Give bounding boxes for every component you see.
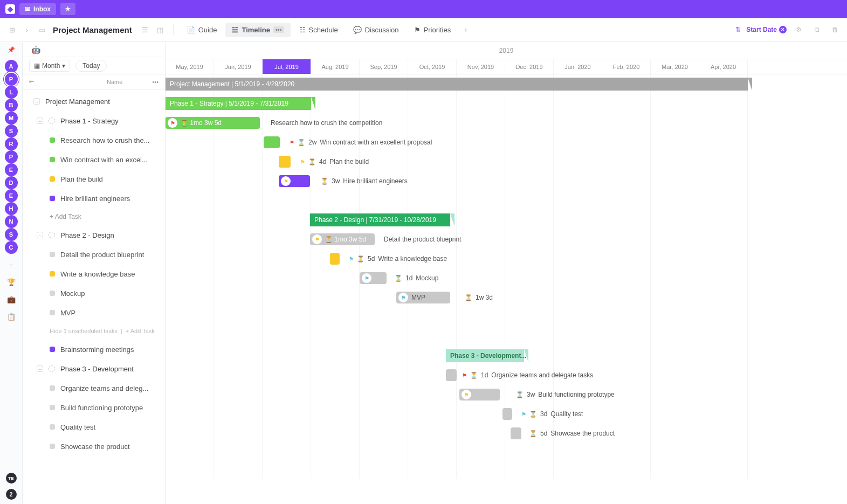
avatar[interactable]: E <box>5 163 18 176</box>
bar-phase-3[interactable]: Phase 3 - Development... <box>446 349 524 362</box>
status-dot[interactable] <box>50 347 55 352</box>
bar-task[interactable]: ⚑ MVP <box>396 292 450 303</box>
tree-task[interactable]: Organize teams and deleg... <box>23 378 165 398</box>
bar-project[interactable]: Project Management | 5/1/2019 - 4/29/202… <box>166 78 748 91</box>
avatar[interactable]: C <box>5 241 18 254</box>
clipboard-icon[interactable]: 📋 <box>5 310 18 323</box>
avatar[interactable]: N <box>5 215 18 228</box>
pin-icon[interactable]: 📌 <box>8 46 15 53</box>
month-cell[interactable]: Jul, 2019 <box>263 59 311 74</box>
avatar[interactable]: S <box>5 228 18 241</box>
add-avatar-icon[interactable]: + <box>5 258 18 271</box>
status-dot[interactable] <box>50 157 55 162</box>
bar-task[interactable] <box>279 156 291 168</box>
month-cell[interactable]: Dec, 2019 <box>505 59 554 74</box>
status-dot[interactable] <box>50 252 55 257</box>
status-dot[interactable] <box>50 137 55 143</box>
bar-task[interactable] <box>330 253 340 265</box>
layout-icon[interactable]: ☰ <box>139 23 152 36</box>
bar-task[interactable]: ⚑ <box>360 272 387 284</box>
tree-task[interactable]: Win contract with an excel... <box>23 150 165 169</box>
month-cell[interactable]: Mar, 2020 <box>651 59 699 74</box>
tree-task[interactable]: Build functioning prototype <box>23 398 165 417</box>
split-icon[interactable]: ◫ <box>154 23 167 36</box>
bar-task[interactable] <box>502 408 512 420</box>
star-button[interactable]: ★ <box>60 3 75 15</box>
tree-task[interactable]: Detail the product blueprint <box>23 245 165 264</box>
month-cell[interactable]: Sep, 2019 <box>360 59 408 74</box>
tree-task[interactable]: Plan the build <box>23 169 165 189</box>
copy-icon[interactable]: ⧉ <box>810 23 823 36</box>
briefcase-icon[interactable]: 💼 <box>5 293 18 306</box>
month-cell[interactable]: Apr, 2020 <box>699 59 748 74</box>
bar-task[interactable] <box>264 136 280 148</box>
bar-task[interactable]: ⚑ ⏳ 1mo 3w 5d <box>310 233 375 245</box>
trash-icon[interactable]: 🗑 <box>829 23 842 36</box>
avatar[interactable]: R <box>5 137 18 150</box>
caret-icon[interactable]: – <box>37 232 43 238</box>
more-icon[interactable]: ••• <box>152 79 159 85</box>
caret-icon[interactable]: – <box>33 98 40 105</box>
hide-unscheduled[interactable]: Hide 1 unscheduled tasks | + Add Task <box>23 322 165 340</box>
tree-task[interactable]: Showcase the product <box>23 437 165 456</box>
status-icon[interactable] <box>49 232 55 238</box>
zoom-select[interactable]: ▦ Month ▾ <box>29 60 70 72</box>
avatar[interactable]: S <box>5 125 18 137</box>
avatar[interactable]: E <box>5 189 18 202</box>
avatar[interactable]: A <box>5 60 18 73</box>
month-cell[interactable]: Nov, 2019 <box>457 59 505 74</box>
add-task-button[interactable]: + Add Task <box>23 208 165 225</box>
caret-icon[interactable]: – <box>37 365 43 372</box>
bar-task[interactable] <box>446 369 457 381</box>
bar-task[interactable] <box>511 427 521 439</box>
avatar[interactable]: B <box>5 99 18 112</box>
gantt-chart[interactable]: 2019 May, 2019Jun, 2019Jul, 2019Aug, 201… <box>166 42 847 504</box>
month-cell[interactable]: May, 2019 <box>166 59 214 74</box>
tree-phase-3[interactable]: – Phase 3 - Development <box>23 359 165 378</box>
collapse-icon[interactable]: ⇤ <box>29 78 34 85</box>
status-dot[interactable] <box>50 291 55 296</box>
month-cell[interactable]: Feb, 2020 <box>602 59 651 74</box>
settings-icon[interactable]: ⚙ <box>792 23 805 36</box>
month-cell[interactable]: Jan, 2020 <box>554 59 602 74</box>
status-icon[interactable] <box>49 118 55 124</box>
avatar[interactable]: P <box>5 73 18 86</box>
bar-task[interactable]: ⚑ <box>279 175 310 187</box>
app-logo-icon[interactable]: ◆ <box>5 4 15 14</box>
add-view-icon[interactable]: + <box>459 23 472 36</box>
inbox-button[interactable]: ✉ Inbox <box>19 3 56 15</box>
tree-task[interactable]: Hire brilliant engineers <box>23 189 165 208</box>
trophy-icon[interactable]: 🏆 <box>5 275 18 288</box>
tree-project[interactable]: – Project Management <box>23 92 165 111</box>
tree-task[interactable]: Research how to crush the... <box>23 130 165 150</box>
more-icon[interactable]: ••• <box>273 26 284 33</box>
status-icon[interactable] <box>49 365 55 372</box>
bar-task[interactable]: ⚑ ⏳ 1mo 3w 5d <box>166 117 260 129</box>
status-dot[interactable] <box>50 176 55 182</box>
avatar[interactable]: M <box>5 112 18 125</box>
avatar[interactable]: H <box>5 202 18 215</box>
status-dot[interactable] <box>50 271 55 277</box>
sort-arrows-icon[interactable]: ⇅ <box>735 26 741 33</box>
grid-icon[interactable]: ⊞ <box>5 23 18 36</box>
tree-phase-2[interactable]: – Phase 2 - Design <box>23 225 165 245</box>
tab-priorities[interactable]: ⚑ Priorities <box>408 23 458 37</box>
tree-task[interactable]: Brainstorming meetings <box>23 340 165 359</box>
tb-badge[interactable]: TB <box>6 473 17 484</box>
tab-guide[interactable]: 📄 Guide <box>180 23 224 37</box>
tree-task[interactable]: Write a knowledge base <box>23 264 165 284</box>
chevron-right-icon[interactable]: › <box>20 23 33 36</box>
avatar[interactable]: P <box>5 150 18 163</box>
status-dot[interactable] <box>50 424 55 430</box>
tree-task[interactable]: Mockup <box>23 284 165 303</box>
tree-phase-1[interactable]: – Phase 1 - Strategy <box>23 111 165 130</box>
status-dot[interactable] <box>50 444 55 449</box>
count-badge[interactable]: 2 <box>6 489 17 500</box>
caret-icon[interactable]: – <box>37 118 43 124</box>
month-cell[interactable]: Jun, 2019 <box>214 59 263 74</box>
month-cell[interactable]: Oct, 2019 <box>408 59 457 74</box>
bar-task[interactable]: ⚑ <box>459 389 500 401</box>
tab-schedule[interactable]: ☷ Schedule <box>293 23 345 37</box>
bar-phase-2[interactable]: Phase 2 - Design | 7/31/2019 - 10/28/201… <box>310 213 450 226</box>
sort-start-date[interactable]: Start Date ✕ <box>746 26 787 33</box>
